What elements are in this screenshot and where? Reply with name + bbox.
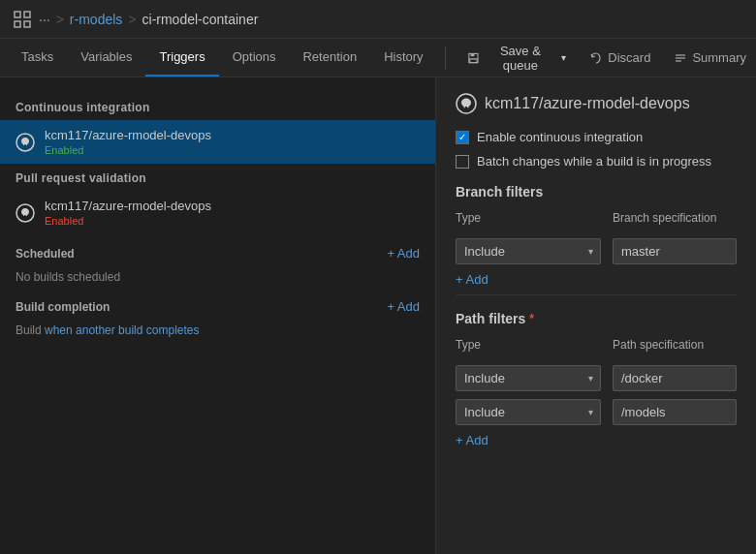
pr-status: Enabled xyxy=(45,215,420,227)
add-build-completion-button[interactable]: + Add xyxy=(387,299,420,314)
top-bar: ··· > r-models > ci-rmodel-container xyxy=(0,0,756,39)
checkmark-icon: ✓ xyxy=(458,133,466,142)
path-filter-row-1: Include Exclude ▾ xyxy=(456,365,737,391)
branch-spec-header: Branch specification xyxy=(613,211,737,225)
path-spec-input-1[interactable] xyxy=(613,365,737,391)
tab-options[interactable]: Options xyxy=(219,39,290,77)
svg-rect-5 xyxy=(470,53,474,56)
branch-spec-input[interactable] xyxy=(613,238,737,264)
save-icon xyxy=(467,51,480,65)
summary-icon xyxy=(674,51,687,65)
app-icon xyxy=(12,9,33,30)
required-star: * xyxy=(529,312,534,325)
breadcrumb-sep-1: > xyxy=(56,12,64,27)
branch-filter-header-row: Type Branch specification xyxy=(456,211,737,231)
path-type-select-1-wrapper: Include Exclude ▾ xyxy=(456,365,601,391)
path-filters-label: Path filters xyxy=(456,311,525,326)
path-type-select-1[interactable]: Include Exclude xyxy=(456,365,601,391)
pr-trigger-info: kcm117/azure-rmodel-devops Enabled xyxy=(45,199,420,227)
ci-repo-name: kcm117/azure-rmodel-devops xyxy=(45,128,420,142)
breadcrumb-sep-2: > xyxy=(128,12,136,27)
add-branch-filter-button[interactable]: + Add xyxy=(456,272,488,287)
nav-tabs: Tasks Variables Triggers Options Retenti… xyxy=(0,39,756,77)
discard-button[interactable]: Discard xyxy=(580,46,660,70)
scheduled-label: Scheduled xyxy=(16,247,75,261)
ci-status: Enabled xyxy=(45,144,420,156)
tab-variables[interactable]: Variables xyxy=(67,39,145,77)
batch-changes-checkbox[interactable] xyxy=(456,155,469,169)
svg-rect-1 xyxy=(24,12,30,17)
repo-header: kcm117/azure-rmodel-devops xyxy=(456,93,737,114)
summary-button[interactable]: Summary xyxy=(664,46,756,70)
branch-filters-section: Branch filters Type Branch specification… xyxy=(456,184,737,287)
github-icon xyxy=(16,133,35,152)
branch-type-select-wrapper: Include Exclude ▾ xyxy=(456,238,601,264)
tab-triggers[interactable]: Triggers xyxy=(145,39,218,77)
path-type-header: Type xyxy=(456,338,601,352)
path-spec-header: Path specification xyxy=(613,338,737,352)
page-title: ci-rmodel-container xyxy=(142,12,259,27)
path-filter-row-2: Include Exclude ▾ xyxy=(456,399,737,425)
pr-github-icon xyxy=(16,203,35,223)
section-divider xyxy=(456,294,737,295)
enable-ci-label: Enable continuous integration xyxy=(477,130,643,144)
enable-ci-checkbox[interactable]: ✓ xyxy=(456,131,469,144)
build-completion-description: Build when another build completes xyxy=(0,320,435,341)
repo-github-icon xyxy=(456,93,477,114)
svg-rect-0 xyxy=(15,12,20,17)
ci-trigger-item[interactable]: kcm117/azure-rmodel-devops Enabled xyxy=(0,120,435,164)
pr-trigger-item[interactable]: kcm117/azure-rmodel-devops Enabled xyxy=(0,191,435,234)
add-path-filter-button[interactable]: + Add xyxy=(456,433,488,447)
tab-tasks[interactable]: Tasks xyxy=(8,39,67,77)
pr-repo-name: kcm117/azure-rmodel-devops xyxy=(45,199,420,213)
batch-changes-label: Batch changes while a build is in progre… xyxy=(477,154,711,169)
build-completion-label: Build completion xyxy=(16,300,110,314)
path-spec-input-2[interactable] xyxy=(613,399,737,425)
left-panel: Continuous integration kcm117/azure-rmod… xyxy=(0,77,436,554)
svg-rect-2 xyxy=(15,21,20,27)
more-options[interactable]: ··· xyxy=(39,12,50,27)
nav-divider xyxy=(445,46,446,70)
build-completion-section-row: Build completion + Add xyxy=(0,288,435,320)
another-build-link[interactable]: another build completes xyxy=(76,323,199,337)
pr-section-header: Pull request validation xyxy=(0,164,435,191)
right-panel: kcm117/azure-rmodel-devops ✓ Enable cont… xyxy=(436,77,756,554)
scheduled-section-row: Scheduled + Add xyxy=(0,234,435,266)
repo-name: kcm117/azure-rmodel-devops xyxy=(485,95,690,112)
path-type-select-2-wrapper: Include Exclude ▾ xyxy=(456,399,601,425)
branch-filter-row-1: Include Exclude ▾ xyxy=(456,238,737,264)
main-content: Continuous integration kcm117/azure-rmod… xyxy=(0,77,756,554)
branch-type-header: Type xyxy=(456,211,601,225)
tab-retention[interactable]: Retention xyxy=(289,39,370,77)
chevron-down-icon: ▾ xyxy=(561,52,566,63)
build-when-link[interactable]: when xyxy=(45,323,73,337)
batch-changes-row: Batch changes while a build is in progre… xyxy=(456,154,737,169)
ci-trigger-info: kcm117/azure-rmodel-devops Enabled xyxy=(45,128,420,156)
branch-filters-title: Branch filters xyxy=(456,184,737,200)
svg-rect-3 xyxy=(24,21,30,27)
no-builds-text: No builds scheduled xyxy=(0,266,435,288)
undo-icon xyxy=(589,51,603,65)
breadcrumb-r-models[interactable]: r-models xyxy=(70,12,122,27)
path-filters-section: Path filters * Type Path specification I… xyxy=(456,311,737,447)
save-queue-button[interactable]: Save & queue ▾ xyxy=(457,39,577,77)
nav-actions: Save & queue ▾ Discard Summary xyxy=(457,39,756,77)
tab-history[interactable]: History xyxy=(370,39,436,77)
path-filters-title-row: Path filters * xyxy=(456,311,737,326)
ci-section-header: Continuous integration xyxy=(0,93,435,120)
branch-type-select[interactable]: Include Exclude xyxy=(456,238,601,264)
path-filter-header-row: Type Path specification xyxy=(456,338,737,357)
path-type-select-2[interactable]: Include Exclude xyxy=(456,399,601,425)
enable-ci-row: ✓ Enable continuous integration xyxy=(456,130,737,144)
add-scheduled-button[interactable]: + Add xyxy=(387,246,420,261)
